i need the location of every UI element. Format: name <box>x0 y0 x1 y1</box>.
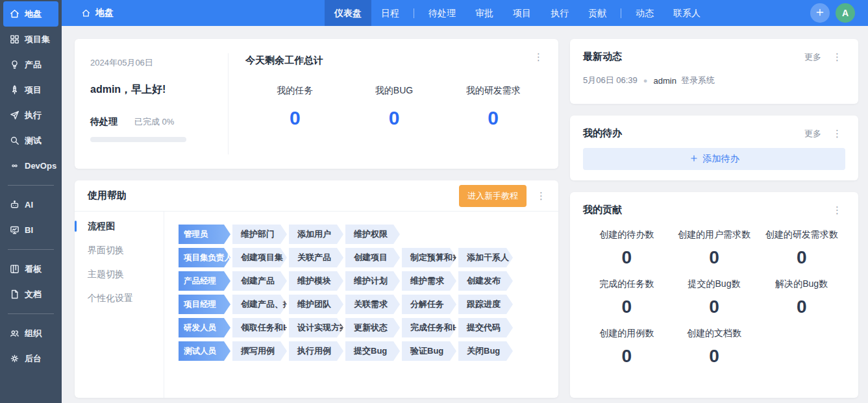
sidebar-item-bi[interactable]: BI <box>3 217 58 243</box>
flow-step[interactable]: 更新状态 <box>345 318 400 337</box>
help-tab[interactable]: 个性化设置 <box>75 286 164 310</box>
flow-step[interactable]: 关联产品 <box>289 248 343 267</box>
add-todo-button[interactable]: 添加待办 <box>583 148 845 170</box>
kebab-menu-icon[interactable]: ⋮ <box>829 127 845 140</box>
work-stat: 我的BUG0 <box>345 85 444 129</box>
flow-step[interactable]: 提交Bug <box>345 341 400 361</box>
flow-step[interactable]: 关联需求 <box>345 295 400 314</box>
flow-step[interactable]: 维护计划 <box>345 271 400 291</box>
nav-item-dashboard[interactable]: 仪表盘 <box>325 0 371 26</box>
pending-row: 待处理 已完成 0% <box>90 116 219 128</box>
kebab-menu-icon[interactable]: ⋮ <box>829 51 845 63</box>
flow-step[interactable]: 创建产品、执行 <box>232 295 287 314</box>
flow-step[interactable]: 维护需求 <box>402 271 456 291</box>
sidebar-item-organization[interactable]: 组织 <box>3 321 58 346</box>
nav-item-contacts[interactable]: 联系人 <box>663 0 710 26</box>
sidebar-item-label: 项目集 <box>25 34 50 45</box>
rocket-icon <box>9 84 20 95</box>
contribution-stat-label: 创建的研发需求数 <box>758 229 845 241</box>
nav-item-dynamic[interactable]: 动态 <box>626 0 663 26</box>
kebab-menu-icon[interactable]: ⋮ <box>533 189 549 202</box>
help-tab[interactable]: 流程图 <box>75 214 164 238</box>
kebab-menu-icon[interactable]: ⋮ <box>530 51 547 63</box>
flow-step[interactable]: 提交代码 <box>458 318 513 337</box>
dynamics-card-title: 最新动态 <box>583 51 804 63</box>
sidebar-item-admin[interactable]: 后台 <box>3 346 58 371</box>
work-stat: 我的研发需求0 <box>443 85 543 129</box>
sidebar-item-kanban[interactable]: 看板 <box>3 256 58 282</box>
sidebar-item-testing[interactable]: 测试 <box>3 128 58 153</box>
contribution-stat-value: 0 <box>583 346 671 367</box>
flow-step[interactable]: 跟踪进度 <box>458 295 513 314</box>
sidebar-nav: 地盘项目集产品项目执行测试DevOpsAIBI看板文档组织后台 <box>0 1 62 371</box>
more-link[interactable]: 更多 <box>804 51 821 63</box>
nav-item-execution[interactable]: 执行 <box>541 0 578 26</box>
sidebar-item-ai[interactable]: AI <box>3 192 58 217</box>
flow-step[interactable]: 完成任务和Bug <box>402 318 456 337</box>
nav-item-calendar[interactable]: 日程 <box>371 0 409 26</box>
nav-item-approval[interactable]: 审批 <box>465 0 503 26</box>
sidebar-item-label: 地盘 <box>25 8 42 20</box>
contribution-stat: 创建的用户需求数0 <box>671 220 758 268</box>
grid-icon <box>9 34 20 45</box>
tutorial-button[interactable]: 进入新手教程 <box>459 185 527 207</box>
nav-item-project[interactable]: 项目 <box>503 0 541 26</box>
more-link[interactable]: 更多 <box>804 128 821 140</box>
contribution-stat-value: 0 <box>583 297 671 317</box>
flow-step[interactable]: 添加用户 <box>289 225 343 244</box>
flow-step[interactable]: 设计实现方案 <box>289 318 343 337</box>
sidebar-item-label: 项目 <box>25 84 42 96</box>
dynamics-user[interactable]: admin <box>654 76 676 86</box>
flow-step[interactable]: 维护团队 <box>289 295 343 314</box>
flow-step[interactable]: 撰写用例 <box>232 341 287 361</box>
work-stat-label: 我的BUG <box>345 85 444 97</box>
flow-step[interactable]: 添加干系人 <box>458 248 513 267</box>
flow-step[interactable]: 创建项目 <box>345 248 400 267</box>
help-tab[interactable]: 界面切换 <box>75 238 164 262</box>
global-add-button[interactable] <box>810 3 830 23</box>
flow-step[interactable]: 关闭Bug <box>458 341 513 361</box>
sidebar-item-project-sets[interactable]: 项目集 <box>3 27 58 52</box>
progress-bar <box>90 137 186 142</box>
my-todo-card: 我的待办 更多 ⋮ 添加待办 <box>570 116 858 180</box>
flow-step[interactable]: 创建发布 <box>458 271 513 291</box>
flow-step[interactable]: 分解任务 <box>402 295 456 314</box>
sidebar-item-executions[interactable]: 执行 <box>3 103 58 128</box>
pending-label: 待处理 <box>90 116 118 128</box>
contribution-stat-value: 0 <box>671 297 758 317</box>
sidebar-item-label: 组织 <box>25 328 42 339</box>
flow-step[interactable]: 制定预算和规划 <box>402 248 456 267</box>
contribution-stat: 创建的研发需求数0 <box>758 220 845 268</box>
flow-step[interactable]: 领取任务和Bug <box>232 318 287 337</box>
nav-item-contribution[interactable]: 贡献 <box>578 0 616 26</box>
flow-step[interactable]: 维护权限 <box>345 225 400 244</box>
sidebar-item-devops[interactable]: DevOps <box>3 153 58 178</box>
flow-step[interactable]: 维护模块 <box>289 271 343 291</box>
flow-step[interactable]: 创建产品 <box>232 271 287 291</box>
home-icon <box>9 8 20 19</box>
add-todo-label: 添加待办 <box>703 153 739 165</box>
user-avatar[interactable]: A <box>836 3 855 23</box>
kebab-menu-icon[interactable]: ⋮ <box>829 204 845 216</box>
help-tab[interactable]: 主题切换 <box>75 262 164 286</box>
sidebar: 地盘项目集产品项目执行测试DevOpsAIBI看板文档组织后台 <box>0 0 62 403</box>
sidebar-item-docs[interactable]: 文档 <box>3 282 58 307</box>
work-stat-label: 我的任务 <box>245 85 345 97</box>
nav-item-todo[interactable]: 待处理 <box>419 0 465 26</box>
flow-step[interactable]: 验证Bug <box>402 341 456 361</box>
sidebar-item-home[interactable]: 地盘 <box>3 1 58 27</box>
flow-step[interactable]: 创建项目集 <box>232 248 287 267</box>
sidebar-divider <box>8 313 54 314</box>
dashboard-content: 2024年05月06日 admin，早上好! 待处理 已完成 0% 今天剩余工作… <box>62 26 868 403</box>
breadcrumb[interactable]: 地盘 <box>81 0 114 26</box>
sidebar-item-projects[interactable]: 项目 <box>3 77 58 103</box>
card-header: 最新动态 更多 ⋮ <box>583 51 845 63</box>
nav-divider <box>621 8 621 18</box>
gear-icon <box>9 353 20 364</box>
sidebar-item-label: BI <box>25 225 33 235</box>
flow-step[interactable]: 维护部门 <box>232 225 287 244</box>
flow-step[interactable]: 执行用例 <box>289 341 343 361</box>
sidebar-item-products[interactable]: 产品 <box>3 52 58 77</box>
contribution-stat-label: 提交的Bug数 <box>671 278 758 290</box>
contribution-stat: 创建的文档数0 <box>671 319 758 367</box>
